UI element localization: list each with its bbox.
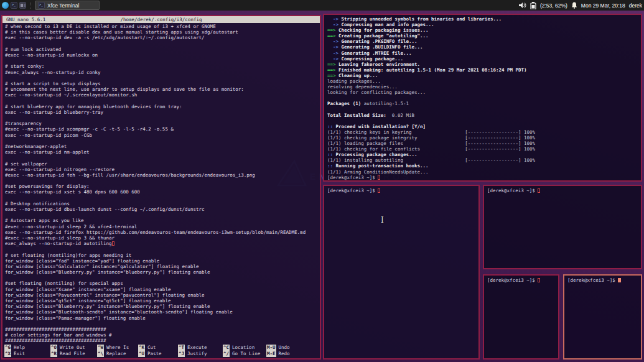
nano-line: exec --no-startup-id dbus-launch dunst -… bbox=[5, 207, 320, 212]
shortcut-label: Location bbox=[232, 345, 254, 350]
nano-shortcut: ^XExit bbox=[4, 351, 50, 357]
nano-line: #################################### bbox=[5, 338, 320, 343]
shell-prompt: [derek@xfcei3 ~]$ bbox=[564, 276, 641, 283]
terminal-line: -> Generating .BUILDINFO file... bbox=[327, 44, 641, 50]
app-menu-icon[interactable] bbox=[2, 2, 9, 9]
nano-shortcut: M-ERedo bbox=[266, 351, 318, 357]
terminal-line: -> Generating .MTREE file... bbox=[327, 50, 641, 56]
terminal-line: :: Proceed with installation? [Y/n] bbox=[327, 124, 641, 129]
nano-line: #networkmanager-applet bbox=[5, 144, 320, 149]
nano-shortcut-bar: ^GHelp^OWrite Out^WWhere Is^KCut^TExecut… bbox=[2, 345, 320, 357]
nano-line: exec --no-startup-id blueberry-tray bbox=[5, 109, 320, 115]
nano-line: #transparency bbox=[5, 121, 320, 126]
nano-line: #set floating (nontiling) for special ap… bbox=[5, 281, 320, 286]
terminal-cursor bbox=[618, 278, 621, 283]
taskbar-button-xfce-terminal[interactable]: Xfce Terminal bbox=[35, 1, 100, 10]
terminal-line: (1/1) checking for file conflicts [-----… bbox=[327, 146, 641, 152]
terminal-line: ==> Cleaning up... bbox=[327, 73, 641, 78]
nano-line: for_window [class="Blueberry.py" instanc… bbox=[5, 304, 320, 309]
terminal-line: -> Stripping unneeded symbols from binar… bbox=[327, 16, 641, 22]
terminal-cursor bbox=[538, 278, 540, 283]
terminal-line: ==> Creating package "autotiling"... bbox=[327, 33, 641, 39]
nano-cursor bbox=[112, 241, 114, 246]
battery-icon[interactable] bbox=[530, 2, 536, 9]
terminal-pane-bottom-left[interactable]: [derek@xfcei3 ~]$ bbox=[323, 185, 480, 360]
panel-left-group: Xfce Terminal bbox=[0, 1, 100, 10]
nano-line: # start a script to setup displays bbox=[5, 81, 320, 86]
nano-line: #set powersavings for display: bbox=[5, 183, 320, 189]
nano-line: for_window [class="Galculator" instance=… bbox=[5, 264, 320, 269]
volume-icon[interactable] bbox=[519, 2, 526, 9]
nano-line: #exec --no-startup-id sleep 3 && thunar bbox=[5, 235, 320, 241]
shortcut-label: Paste bbox=[147, 351, 162, 356]
nano-line: for_window [class="Pavucontrol" instance… bbox=[5, 292, 320, 298]
panel-right-group: (2:53, 62%) Mon 29 Mar, 20:18 derek bbox=[519, 2, 644, 9]
nano-line: # set wallpaper bbox=[5, 161, 320, 167]
shortcut-key: ^G bbox=[4, 345, 11, 351]
terminal-line bbox=[327, 118, 641, 124]
shell-prompt: [derek@xfcei3 ~]$ bbox=[484, 186, 641, 193]
nano-line: # in this cases better disable dex and u… bbox=[5, 29, 320, 35]
shortcut-key: ^/ bbox=[223, 351, 230, 357]
shortcut-key: ^U bbox=[138, 351, 145, 357]
nano-line: #exec --no-startup-id sleep 2 && xfce4-t… bbox=[5, 224, 320, 230]
shortcut-key: M-E bbox=[266, 351, 276, 357]
shortcut-label: Undo bbox=[279, 345, 290, 350]
shortcut-key: M-U bbox=[266, 345, 276, 351]
nano-line bbox=[5, 155, 320, 160]
nano-shortcut: ^JJustify bbox=[178, 351, 223, 357]
shortcut-label: Replace bbox=[106, 351, 126, 356]
nano-shortcut: ^TExecute bbox=[178, 345, 223, 351]
shortcut-key: ^C bbox=[223, 345, 230, 351]
panel-user-label: derek bbox=[629, 2, 642, 9]
nano-shortcut: ^OWrite Out bbox=[50, 345, 97, 351]
clock-label[interactable]: Mon 29 Mar, 20:18 bbox=[581, 2, 625, 9]
terminal-line: :: Processing package changes... bbox=[327, 152, 641, 157]
terminal-pacman-output[interactable]: -> Stripping unneeded symbols from binar… bbox=[323, 14, 642, 182]
terminal-line bbox=[327, 95, 641, 101]
terminal-line: [derek@xfcei3 ~]$ bbox=[327, 175, 641, 180]
nano-line: exec --no-startup-id nitrogen --restore bbox=[5, 167, 320, 172]
mouse-ibeam-cursor: I bbox=[381, 216, 384, 225]
nano-file-path: /home/derek/.config/i3/config bbox=[2, 16, 320, 23]
nano-shortcut: M-UUndo bbox=[266, 345, 318, 351]
nano-line: #exec_always --no-startup-id conky bbox=[5, 70, 320, 75]
shortcut-key: ^J bbox=[178, 351, 185, 357]
nano-line: #exec --no-startup-id feh --bg-fill /usr… bbox=[5, 172, 320, 178]
terminal-pane-right-bottom-left[interactable]: [derek@xfcei3 ~]$ bbox=[483, 274, 559, 360]
terminal-tray-icon[interactable] bbox=[11, 2, 17, 9]
terminal-cursor bbox=[378, 175, 380, 180]
nano-line bbox=[5, 195, 320, 201]
nano-line: for_window [class="Pamac-manager"] float… bbox=[5, 315, 320, 321]
battery-label[interactable]: (2:53, 62%) bbox=[540, 2, 567, 9]
terminal-line: -> Compressing man and info pages... bbox=[327, 22, 641, 27]
nano-line bbox=[5, 275, 320, 281]
terminal-output: -> Stripping unneeded symbols from binar… bbox=[324, 15, 641, 180]
xfce-panel: Xfce Terminal (2:53, 62%) Mon 29 Mar, 20… bbox=[0, 0, 644, 11]
terminal-pane-right-bottom-right-focused[interactable]: [derek@xfcei3 ~]$ bbox=[563, 274, 642, 360]
nano-line: exec --no-startup-id ~/.screenlayout/mon… bbox=[5, 92, 320, 98]
nano-line: #################################### bbox=[5, 327, 320, 332]
terminal-line: resolving dependencies... bbox=[327, 84, 641, 90]
nano-text-area[interactable]: # when second to i3 a DE is installed or… bbox=[2, 23, 320, 344]
workspace-pager-icon[interactable] bbox=[19, 2, 26, 9]
notification-bell-icon[interactable] bbox=[571, 2, 577, 9]
terminal-cursor bbox=[378, 188, 380, 193]
nano-line: for_window [class="qt5ct" instance="qt5c… bbox=[5, 298, 320, 304]
nano-line bbox=[5, 321, 320, 327]
shortcut-key: ^X bbox=[4, 351, 11, 357]
nano-shortcut: ^GHelp bbox=[4, 345, 50, 351]
nano-line: # uncomment the next line, use arandr to… bbox=[5, 86, 320, 92]
shortcut-key: ^O bbox=[50, 345, 57, 351]
nano-shortcut: ^RRead File bbox=[50, 351, 97, 357]
nano-line: # when second to i3 a DE is installed or… bbox=[5, 24, 320, 29]
nano-line bbox=[5, 212, 320, 218]
nano-line: # num lock activated bbox=[5, 47, 320, 52]
terminal-line: (1/1) installing autotiling [-----------… bbox=[327, 157, 641, 163]
shortcut-label: Exit bbox=[14, 351, 25, 356]
terminal-pane-right-top[interactable]: [derek@xfcei3 ~]$ bbox=[483, 185, 642, 269]
nano-editor-window[interactable]: /home/derek/.config/i3/config GNU nano 5… bbox=[1, 15, 321, 360]
xfce-terminal-icon bbox=[38, 2, 45, 9]
nano-line: # color settings for bar and windows # bbox=[5, 332, 320, 338]
nano-line: # start blueberry app for managing bluet… bbox=[5, 104, 320, 109]
